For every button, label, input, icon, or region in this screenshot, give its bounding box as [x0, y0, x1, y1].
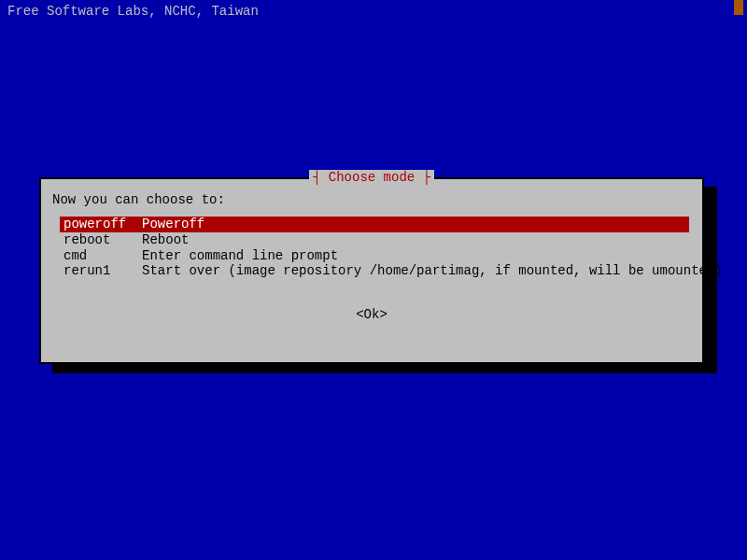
menu-item-reboot[interactable]: reboot Reboot — [60, 232, 691, 248]
menu-item-cmd[interactable]: cmd Enter command line prompt — [60, 248, 691, 264]
dialog-prompt: Now you can choose to: — [52, 192, 691, 207]
title-bracket-left: ┤ — [313, 170, 329, 185]
menu-item-poweroff[interactable]: poweroff Poweroff — [60, 217, 689, 232]
menu-item-rerun1[interactable]: rerun1 Start over (image repository /hom… — [60, 263, 691, 279]
ok-button[interactable]: <Ok> — [52, 307, 691, 322]
title-text: Choose mode — [329, 170, 415, 185]
dialog-title: ┤ Choose mode ├ — [309, 170, 434, 185]
choose-mode-dialog: ┤ Choose mode ├ Now you can choose to: p… — [39, 177, 704, 364]
header-text: Free Software Labs, NCHC, Taiwan — [0, 0, 747, 22]
menu-list: poweroff Poweroff reboot Reboot cmd Ente… — [60, 217, 691, 279]
title-bracket-right: ├ — [415, 170, 430, 185]
cursor-indicator — [734, 0, 743, 15]
